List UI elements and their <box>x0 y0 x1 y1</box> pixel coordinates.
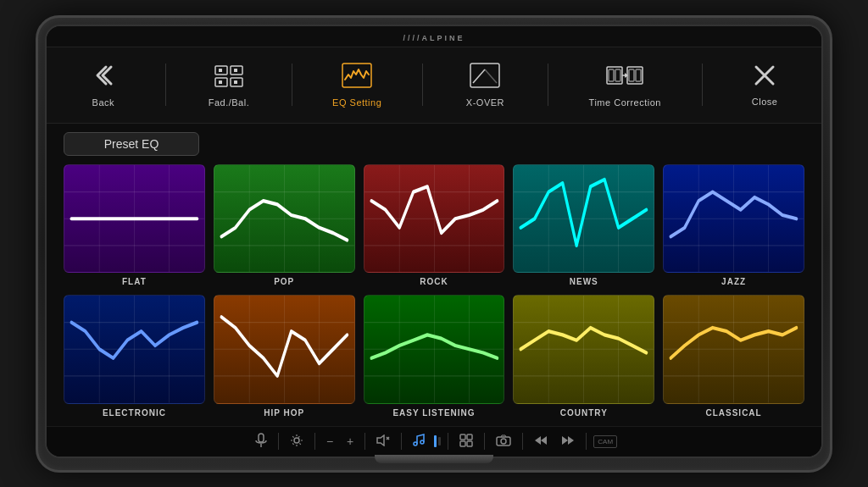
nav-divider-2 <box>292 64 292 106</box>
nav-back-label: Back <box>92 97 114 108</box>
nav-fadbal-label: Fad./Bal. <box>209 97 250 108</box>
ctrl-divider-4 <box>401 433 402 450</box>
eq-chart-rock <box>364 164 505 274</box>
brand-text: ////ALPINE <box>403 34 465 42</box>
svg-rect-9 <box>470 64 499 87</box>
eq-name-rock: ROCK <box>420 277 448 286</box>
svg-line-11 <box>485 69 497 83</box>
svg-point-88 <box>414 442 417 445</box>
eq-card-easy[interactable]: EASY LISTENING <box>364 295 505 418</box>
svg-rect-82 <box>259 434 264 442</box>
camera-button[interactable] <box>492 433 515 451</box>
volume-indicator <box>434 435 441 447</box>
svg-marker-97 <box>541 436 547 445</box>
mic-button[interactable] <box>251 431 271 452</box>
music-note-button[interactable] <box>409 432 429 451</box>
eq-card-news[interactable]: NEWS <box>513 164 654 287</box>
nav-timecor[interactable]: Time Correction <box>577 58 673 113</box>
eq-chart-pop <box>214 164 355 274</box>
eq-name-classical: CLASSICAL <box>705 408 761 418</box>
ctrl-divider-7 <box>522 433 523 450</box>
svg-rect-13 <box>609 69 614 81</box>
eq-card-jazz[interactable]: JAZZ <box>663 164 804 287</box>
eq-card-classical[interactable]: CLASSICAL <box>663 295 804 418</box>
eq-name-electronic: ELECTRONIC <box>103 408 166 418</box>
svg-marker-99 <box>568 436 574 445</box>
back-icon <box>91 63 116 94</box>
nav-close[interactable]: Close <box>731 58 798 112</box>
svg-marker-98 <box>562 436 568 445</box>
svg-rect-7 <box>234 80 237 84</box>
nav-eq-label: EQ Setting <box>332 97 381 108</box>
nav-fadbal[interactable]: Fad./Bal. <box>195 58 263 113</box>
eq-card-rock[interactable]: ROCK <box>364 164 505 287</box>
xover-icon <box>470 63 500 94</box>
svg-rect-92 <box>460 441 465 446</box>
grid-button[interactable] <box>455 432 477 451</box>
svg-rect-93 <box>467 441 472 446</box>
eq-grid: FLAT POP <box>64 164 804 418</box>
ctrl-divider-2 <box>314 433 315 450</box>
eq-name-flat: FLAT <box>122 277 147 286</box>
nav-xover-label: X-OVER <box>466 97 504 108</box>
eq-icon <box>342 63 372 94</box>
main-content: Preset EQ <box>47 124 821 426</box>
nav-divider-3 <box>422 64 423 106</box>
svg-rect-8 <box>342 64 371 87</box>
ctrl-divider-3 <box>364 433 365 450</box>
eq-name-easy: EASY LISTENING <box>392 408 475 418</box>
eq-card-country[interactable]: COUNTRY <box>513 295 654 418</box>
svg-marker-85 <box>377 435 384 445</box>
eq-card-pop[interactable]: POP <box>214 164 355 287</box>
nav-back[interactable]: Back <box>70 58 137 113</box>
eq-chart-hiphop <box>214 295 355 404</box>
cam-display[interactable]: CAM <box>593 435 617 448</box>
svg-point-95 <box>501 439 506 444</box>
screen-bezel: ////ALPINE Back <box>45 25 823 458</box>
svg-rect-17 <box>629 69 634 81</box>
eq-chart-easy <box>364 295 505 404</box>
svg-rect-5 <box>219 80 222 84</box>
prev-button[interactable] <box>530 433 552 451</box>
plus-button[interactable]: + <box>342 433 358 450</box>
ctrl-divider-1 <box>278 433 279 450</box>
minus-button[interactable]: − <box>322 433 337 450</box>
nav-divider-4 <box>548 64 548 106</box>
nav-divider-1 <box>165 64 166 106</box>
ctrl-divider-5 <box>448 433 448 450</box>
nav-xover[interactable]: X-OVER <box>451 58 519 113</box>
eq-chart-electronic <box>64 295 205 404</box>
mute-button[interactable] <box>372 433 394 451</box>
timecor-icon <box>606 63 643 94</box>
fadbal-icon <box>214 63 244 94</box>
settings-small-button[interactable] <box>286 432 308 451</box>
eq-name-country: COUNTRY <box>560 408 608 418</box>
eq-card-hiphop[interactable]: HIP HOP <box>214 295 355 418</box>
svg-point-84 <box>294 438 299 443</box>
svg-rect-14 <box>615 69 620 81</box>
eq-name-news: NEWS <box>570 277 598 286</box>
eq-card-electronic[interactable]: ELECTRONIC <box>64 295 205 418</box>
eq-chart-news <box>513 164 654 274</box>
eq-card-flat[interactable]: FLAT <box>64 164 205 287</box>
nav-divider-5 <box>702 64 703 106</box>
nav-close-label: Close <box>752 97 778 107</box>
ctrl-divider-8 <box>586 433 587 450</box>
eq-name-jazz: JAZZ <box>721 277 746 286</box>
svg-rect-1 <box>219 69 222 72</box>
top-nav: Back Fad./Bal. <box>47 47 821 124</box>
nav-timecor-label: Time Correction <box>589 97 661 108</box>
eq-name-pop: POP <box>274 277 294 286</box>
ctrl-divider-6 <box>484 433 485 450</box>
eq-chart-country <box>513 295 654 404</box>
close-icon <box>753 64 776 93</box>
svg-rect-3 <box>234 69 237 72</box>
next-button[interactable] <box>557 433 579 451</box>
brand-bar: ////ALPINE <box>47 26 821 47</box>
svg-line-10 <box>473 69 485 83</box>
eq-chart-classical <box>663 295 804 404</box>
preset-eq-label[interactable]: Preset EQ <box>64 132 199 156</box>
device-outer: ////ALPINE Back <box>36 15 832 473</box>
svg-marker-96 <box>535 436 541 445</box>
nav-eq[interactable]: EQ Setting <box>320 58 393 113</box>
